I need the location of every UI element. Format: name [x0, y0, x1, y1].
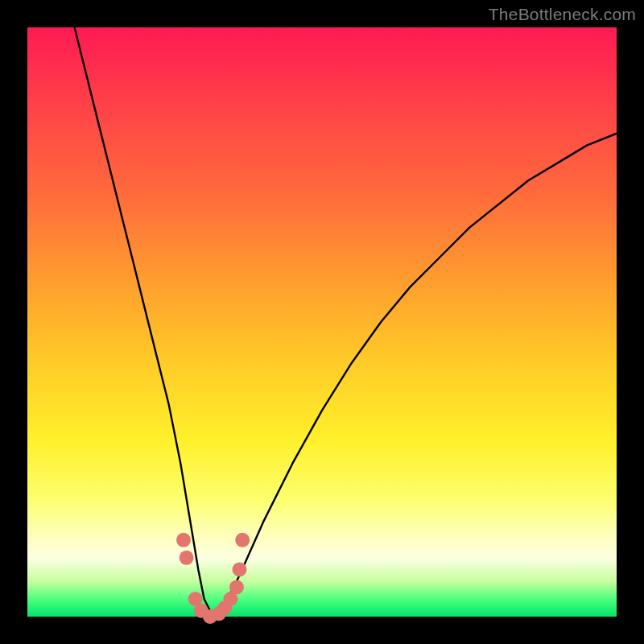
plot-area — [27, 27, 617, 617]
data-point-marker — [233, 562, 247, 576]
chart-frame: TheBottleneck.com — [0, 0, 644, 644]
curve-layer — [27, 27, 617, 617]
data-point-marker — [180, 551, 194, 565]
watermark-text: TheBottleneck.com — [489, 5, 636, 24]
data-point-marker — [235, 533, 250, 547]
data-point-marker — [176, 533, 191, 547]
bottleneck-curve — [75, 27, 617, 617]
data-point-marker — [229, 580, 244, 594]
